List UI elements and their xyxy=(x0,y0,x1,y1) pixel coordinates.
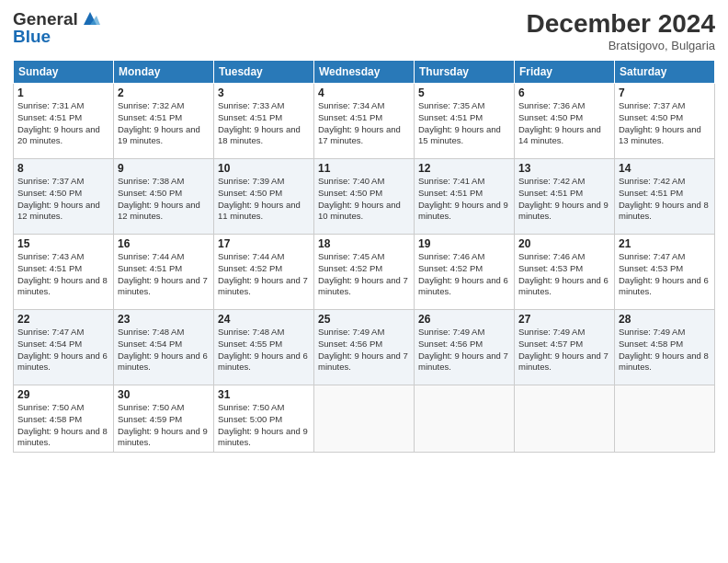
calendar-cell: 15Sunrise: 7:43 AMSunset: 4:51 PMDayligh… xyxy=(14,235,114,310)
day-number: 17 xyxy=(218,237,310,250)
day-number: 8 xyxy=(17,162,109,175)
calendar-cell xyxy=(415,385,515,453)
day-number: 27 xyxy=(518,313,610,326)
title-block: December 2024 Bratsigovo, Bulgaria xyxy=(527,9,715,52)
day-number: 29 xyxy=(17,388,109,401)
day-of-week-saturday: Saturday xyxy=(615,61,715,84)
day-number: 7 xyxy=(619,86,711,99)
calendar-cell: 18Sunrise: 7:45 AMSunset: 4:52 PMDayligh… xyxy=(314,235,415,310)
calendar-cell: 5Sunrise: 7:35 AMSunset: 4:51 PMDaylight… xyxy=(415,84,515,159)
day-number: 25 xyxy=(318,313,410,326)
day-number: 23 xyxy=(118,313,210,326)
day-info: Sunrise: 7:42 AMSunset: 4:51 PMDaylight:… xyxy=(518,176,610,223)
day-info: Sunrise: 7:48 AMSunset: 4:55 PMDaylight:… xyxy=(218,327,310,373)
calendar-cell: 14Sunrise: 7:42 AMSunset: 4:51 PMDayligh… xyxy=(615,159,715,235)
calendar-cell: 19Sunrise: 7:46 AMSunset: 4:52 PMDayligh… xyxy=(415,235,515,310)
day-info: Sunrise: 7:49 AMSunset: 4:56 PMDaylight:… xyxy=(318,327,410,373)
day-info: Sunrise: 7:47 AMSunset: 4:54 PMDaylight:… xyxy=(17,327,109,373)
day-number: 6 xyxy=(518,86,610,99)
day-number: 24 xyxy=(218,313,310,326)
day-number: 14 xyxy=(619,162,711,175)
calendar-cell: 27Sunrise: 7:49 AMSunset: 4:57 PMDayligh… xyxy=(515,310,615,385)
day-number: 2 xyxy=(118,86,210,99)
day-number: 30 xyxy=(118,388,210,401)
day-of-week-sunday: Sunday xyxy=(14,61,114,84)
calendar-cell: 8Sunrise: 7:37 AMSunset: 4:50 PMDaylight… xyxy=(14,159,114,235)
day-number: 4 xyxy=(318,86,410,99)
calendar-cell xyxy=(314,385,415,453)
day-info: Sunrise: 7:37 AMSunset: 4:50 PMDaylight:… xyxy=(17,176,109,223)
calendar-cell: 6Sunrise: 7:36 AMSunset: 4:50 PMDaylight… xyxy=(515,84,615,159)
calendar-cell: 24Sunrise: 7:48 AMSunset: 4:55 PMDayligh… xyxy=(214,310,314,385)
day-number: 10 xyxy=(218,162,310,175)
calendar-cell: 22Sunrise: 7:47 AMSunset: 4:54 PMDayligh… xyxy=(14,310,114,385)
calendar-cell: 26Sunrise: 7:49 AMSunset: 4:56 PMDayligh… xyxy=(415,310,515,385)
day-info: Sunrise: 7:38 AMSunset: 4:50 PMDaylight:… xyxy=(118,176,210,223)
day-number: 3 xyxy=(218,86,310,99)
day-info: Sunrise: 7:50 AMSunset: 4:59 PMDaylight:… xyxy=(118,402,210,449)
day-number: 18 xyxy=(318,237,410,250)
day-info: Sunrise: 7:35 AMSunset: 4:51 PMDaylight:… xyxy=(418,100,510,147)
day-number: 9 xyxy=(118,162,210,175)
calendar-cell xyxy=(615,385,715,453)
logo-icon xyxy=(80,8,100,29)
day-number: 20 xyxy=(518,237,610,250)
calendar-cell: 9Sunrise: 7:38 AMSunset: 4:50 PMDaylight… xyxy=(114,159,214,235)
day-info: Sunrise: 7:46 AMSunset: 4:52 PMDaylight:… xyxy=(418,251,510,298)
calendar-cell: 12Sunrise: 7:41 AMSunset: 4:51 PMDayligh… xyxy=(415,159,515,235)
calendar-cell: 29Sunrise: 7:50 AMSunset: 4:58 PMDayligh… xyxy=(14,385,114,453)
calendar-cell xyxy=(515,385,615,453)
calendar-cell: 2Sunrise: 7:32 AMSunset: 4:51 PMDaylight… xyxy=(114,84,214,159)
day-number: 13 xyxy=(518,162,610,175)
day-info: Sunrise: 7:43 AMSunset: 4:51 PMDaylight:… xyxy=(17,251,109,298)
day-info: Sunrise: 7:33 AMSunset: 4:51 PMDaylight:… xyxy=(218,100,310,147)
day-info: Sunrise: 7:49 AMSunset: 4:56 PMDaylight:… xyxy=(418,327,510,373)
day-info: Sunrise: 7:49 AMSunset: 4:58 PMDaylight:… xyxy=(619,327,711,373)
day-number: 15 xyxy=(17,237,109,250)
day-number: 26 xyxy=(418,313,510,326)
day-info: Sunrise: 7:48 AMSunset: 4:54 PMDaylight:… xyxy=(118,327,210,373)
day-info: Sunrise: 7:47 AMSunset: 4:53 PMDaylight:… xyxy=(619,251,711,298)
calendar-cell: 3Sunrise: 7:33 AMSunset: 4:51 PMDaylight… xyxy=(214,84,314,159)
calendar-cell: 11Sunrise: 7:40 AMSunset: 4:50 PMDayligh… xyxy=(314,159,415,235)
location: Bratsigovo, Bulgaria xyxy=(527,39,715,52)
page-container: General Blue December 2024 Bratsigovo, B… xyxy=(0,0,728,563)
calendar-cell: 17Sunrise: 7:44 AMSunset: 4:52 PMDayligh… xyxy=(214,235,314,310)
calendar-cell: 4Sunrise: 7:34 AMSunset: 4:51 PMDaylight… xyxy=(314,84,415,159)
calendar-cell: 28Sunrise: 7:49 AMSunset: 4:58 PMDayligh… xyxy=(615,310,715,385)
day-info: Sunrise: 7:44 AMSunset: 4:51 PMDaylight:… xyxy=(118,251,210,298)
day-number: 11 xyxy=(318,162,410,175)
logo-blue: Blue xyxy=(13,27,100,47)
month-title: December 2024 xyxy=(527,9,715,39)
day-number: 28 xyxy=(619,313,711,326)
calendar-cell: 13Sunrise: 7:42 AMSunset: 4:51 PMDayligh… xyxy=(515,159,615,235)
day-info: Sunrise: 7:39 AMSunset: 4:50 PMDaylight:… xyxy=(218,176,310,223)
logo: General Blue xyxy=(13,9,100,47)
day-info: Sunrise: 7:34 AMSunset: 4:51 PMDaylight:… xyxy=(318,100,410,147)
header: General Blue December 2024 Bratsigovo, B… xyxy=(13,9,715,52)
day-number: 22 xyxy=(17,313,109,326)
day-info: Sunrise: 7:31 AMSunset: 4:51 PMDaylight:… xyxy=(17,100,109,147)
day-number: 5 xyxy=(418,86,510,99)
day-info: Sunrise: 7:50 AMSunset: 4:58 PMDaylight:… xyxy=(17,402,109,449)
day-info: Sunrise: 7:32 AMSunset: 4:51 PMDaylight:… xyxy=(118,100,210,147)
day-of-week-thursday: Thursday xyxy=(415,61,515,84)
day-info: Sunrise: 7:46 AMSunset: 4:53 PMDaylight:… xyxy=(518,251,610,298)
calendar-cell: 31Sunrise: 7:50 AMSunset: 5:00 PMDayligh… xyxy=(214,385,314,453)
day-info: Sunrise: 7:45 AMSunset: 4:52 PMDaylight:… xyxy=(318,251,410,298)
day-info: Sunrise: 7:41 AMSunset: 4:51 PMDaylight:… xyxy=(418,176,510,223)
calendar-header-row: SundayMondayTuesdayWednesdayThursdayFrid… xyxy=(14,61,715,84)
day-of-week-friday: Friday xyxy=(515,61,615,84)
day-of-week-tuesday: Tuesday xyxy=(214,61,314,84)
day-info: Sunrise: 7:49 AMSunset: 4:57 PMDaylight:… xyxy=(518,327,610,373)
day-info: Sunrise: 7:36 AMSunset: 4:50 PMDaylight:… xyxy=(518,100,610,147)
calendar-cell: 20Sunrise: 7:46 AMSunset: 4:53 PMDayligh… xyxy=(515,235,615,310)
day-of-week-wednesday: Wednesday xyxy=(314,61,415,84)
day-info: Sunrise: 7:44 AMSunset: 4:52 PMDaylight:… xyxy=(218,251,310,298)
calendar-cell: 10Sunrise: 7:39 AMSunset: 4:50 PMDayligh… xyxy=(214,159,314,235)
day-number: 12 xyxy=(418,162,510,175)
calendar-cell: 16Sunrise: 7:44 AMSunset: 4:51 PMDayligh… xyxy=(114,235,214,310)
day-info: Sunrise: 7:40 AMSunset: 4:50 PMDaylight:… xyxy=(318,176,410,223)
day-info: Sunrise: 7:37 AMSunset: 4:50 PMDaylight:… xyxy=(619,100,711,147)
calendar-cell: 1Sunrise: 7:31 AMSunset: 4:51 PMDaylight… xyxy=(14,84,114,159)
